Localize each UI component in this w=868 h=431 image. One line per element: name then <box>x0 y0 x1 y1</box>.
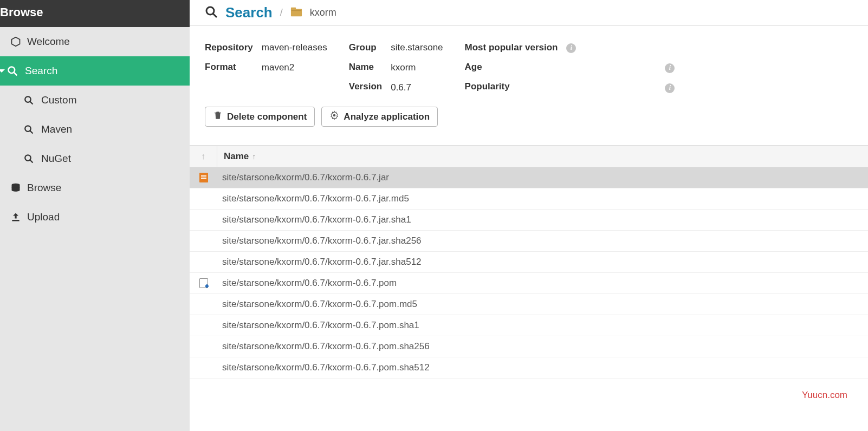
component-details: Repository Format maven-releases maven2 … <box>190 26 868 145</box>
table-header: ↑ Name ↑ <box>190 146 868 167</box>
asset-name: site/starsone/kxorm/0.6.7/kxorm-0.6.7.ja… <box>211 193 409 204</box>
search-icon <box>7 66 18 76</box>
search-icon <box>23 154 35 164</box>
sidebar-header: Browse <box>0 0 190 27</box>
table-row[interactable]: site/starsone/kxorm/0.6.7/kxorm-0.6.7.po… <box>190 357 868 378</box>
label-version: Version <box>349 81 382 92</box>
sidebar-item-label: Upload <box>27 211 60 223</box>
svg-point-7 <box>25 155 31 161</box>
sidebar-item-maven[interactable]: Maven <box>0 115 190 144</box>
analyze-application-button[interactable]: Analyze application <box>321 107 438 127</box>
hexagon-icon <box>10 36 22 47</box>
asset-name: site/starsone/kxorm/0.6.7/kxorm-0.6.7.po… <box>211 362 430 373</box>
table-row[interactable]: site/starsone/kxorm/0.6.7/kxorm-0.6.7.po… <box>190 336 868 357</box>
sidebar-item-label: Custom <box>41 94 76 106</box>
breadcrumb-separator: / <box>280 7 283 18</box>
table-row[interactable]: site/starsone/kxorm/0.6.7/kxorm-0.6.7.ja… <box>190 210 868 231</box>
caret-down-icon <box>0 69 5 73</box>
table-row[interactable]: site/starsone/kxorm/0.6.7/kxorm-0.6.7.po… <box>190 273 868 294</box>
java-file-icon <box>199 173 208 182</box>
sidebar: Browse Welcome Search Custom Maven <box>0 0 190 431</box>
table-row[interactable]: site/starsone/kxorm/0.6.7/kxorm-0.6.7.po… <box>190 315 868 336</box>
svg-line-4 <box>30 101 33 104</box>
svg-point-1 <box>9 67 15 74</box>
svg-marker-0 <box>12 37 20 47</box>
svg-line-8 <box>30 160 33 162</box>
action-bar: Delete component Analyze application <box>205 107 868 127</box>
svg-line-12 <box>213 14 217 17</box>
table-row[interactable]: site/starsone/kxorm/0.6.7/kxorm-0.6.7.ja… <box>190 188 868 210</box>
label-repository: Repository <box>205 42 253 53</box>
breadcrumb: Search / kxorm <box>190 0 868 26</box>
button-label: Delete component <box>227 112 307 122</box>
svg-rect-14 <box>291 8 296 10</box>
asset-name: site/starsone/kxorm/0.6.7/kxorm-0.6.7.po… <box>211 341 430 352</box>
label-most-popular-version: Most popular version <box>465 42 558 53</box>
asset-name: site/starsone/kxorm/0.6.7/kxorm-0.6.7.po… <box>211 299 417 310</box>
info-icon[interactable]: i <box>665 83 675 93</box>
assets-table: ↑ Name ↑ site/starsone/kxorm/0.6.7/kxorm… <box>190 145 868 378</box>
table-row[interactable]: site/starsone/kxorm/0.6.7/kxorm-0.6.7.po… <box>190 294 868 315</box>
value-name: kxorm <box>391 62 443 74</box>
sidebar-item-label: Maven <box>41 123 72 135</box>
sidebar-item-label: Welcome <box>27 36 70 48</box>
asset-name: site/starsone/kxorm/0.6.7/kxorm-0.6.7.po… <box>211 320 419 331</box>
watermark: Yuucn.com <box>802 390 847 401</box>
info-icon[interactable]: i <box>665 63 675 73</box>
column-header-name[interactable]: Name ↑ <box>217 151 256 162</box>
asset-name: site/starsone/kxorm/0.6.7/kxorm-0.6.7.ja… <box>211 214 411 225</box>
value-version: 0.6.7 <box>391 82 443 94</box>
table-row[interactable]: site/starsone/kxorm/0.6.7/kxorm-0.6.7.ja… <box>190 231 868 252</box>
properties-grid: Repository Format maven-releases maven2 … <box>205 42 868 94</box>
sidebar-item-custom[interactable]: Custom <box>0 86 190 115</box>
column-header-label: Name <box>224 151 249 162</box>
pom-file-icon <box>199 278 208 288</box>
svg-point-5 <box>25 126 31 132</box>
label-format: Format <box>205 62 253 73</box>
folder-icon <box>290 6 302 19</box>
sidebar-item-browse[interactable]: Browse <box>0 173 190 203</box>
value-format: maven2 <box>262 62 327 74</box>
sidebar-item-label: Search <box>25 65 57 77</box>
label-popularity: Popularity <box>465 81 558 92</box>
search-icon <box>205 5 218 20</box>
asset-name: site/starsone/kxorm/0.6.7/kxorm-0.6.7.po… <box>211 278 397 289</box>
breadcrumb-item: kxorm <box>310 7 336 18</box>
trash-icon <box>213 110 223 123</box>
sidebar-item-label: NuGet <box>41 153 71 165</box>
delete-component-button[interactable]: Delete component <box>205 107 315 127</box>
sidebar-item-nuget[interactable]: NuGet <box>0 144 190 173</box>
table-row[interactable]: site/starsone/kxorm/0.6.7/kxorm-0.6.7.ja… <box>190 252 868 273</box>
search-icon <box>23 125 35 134</box>
sort-ascending-icon: ↑ <box>252 152 256 161</box>
label-age: Age <box>465 62 558 73</box>
svg-line-2 <box>14 73 17 76</box>
main-content: Search / kxorm Repository Format maven-r… <box>190 0 868 431</box>
label-name: Name <box>349 62 382 73</box>
label-group: Group <box>349 42 382 53</box>
svg-rect-10 <box>12 220 19 221</box>
database-icon <box>10 182 22 193</box>
value-repository: maven-releases <box>262 42 327 54</box>
value-group: site.starsone <box>391 42 443 54</box>
button-label: Analyze application <box>344 112 430 122</box>
info-icon[interactable]: i <box>566 43 576 53</box>
svg-point-3 <box>25 96 31 102</box>
asset-name: site/starsone/kxorm/0.6.7/kxorm-0.6.7.ja… <box>211 236 422 246</box>
sidebar-item-search[interactable]: Search <box>0 56 190 86</box>
breadcrumb-root[interactable]: Search <box>225 4 273 21</box>
table-row[interactable]: site/starsone/kxorm/0.6.7/kxorm-0.6.7.ja… <box>190 167 868 188</box>
asset-name: site/starsone/kxorm/0.6.7/kxorm-0.6.7.ja… <box>211 172 389 183</box>
sidebar-item-upload[interactable]: Upload <box>0 203 190 232</box>
gear-icon <box>329 110 339 123</box>
svg-line-6 <box>30 130 33 133</box>
svg-point-16 <box>333 114 336 117</box>
upload-icon <box>10 212 22 223</box>
svg-rect-13 <box>291 9 302 17</box>
sort-arrow-icon[interactable]: ↑ <box>190 152 217 161</box>
svg-rect-15 <box>292 10 301 11</box>
asset-name: site/starsone/kxorm/0.6.7/kxorm-0.6.7.ja… <box>211 257 422 267</box>
sidebar-item-welcome[interactable]: Welcome <box>0 27 190 56</box>
sidebar-item-label: Browse <box>27 182 61 194</box>
svg-point-11 <box>206 7 214 15</box>
